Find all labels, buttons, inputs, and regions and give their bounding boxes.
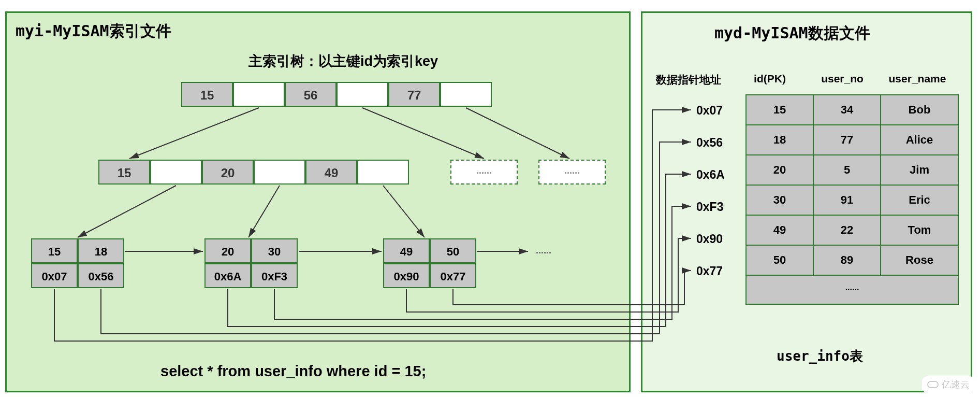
leaf2-ptr-1: 0xF3	[251, 263, 298, 288]
leaf-1: 15 18 0x07 0x56	[31, 238, 124, 288]
leaf2-key-1: 30	[251, 238, 298, 263]
leaf-3: 49 50 0x90 0x77	[383, 238, 476, 288]
r4c0: 49	[746, 215, 813, 245]
mid-dashed-2: ······	[538, 160, 606, 185]
hdr-username: user_name	[879, 73, 956, 87]
r5c2: Rose	[881, 245, 958, 275]
r4c1: 22	[813, 215, 881, 245]
leaf2-ptr-0: 0x6A	[204, 263, 251, 288]
hdr-id: id(PK)	[734, 73, 806, 87]
addr-1: 0x56	[696, 136, 723, 150]
r0c1: 34	[813, 95, 881, 125]
data-table: 15 34 Bob 18 77 Alice 20 5 Jim 30 91 Eri…	[745, 94, 959, 305]
r5c0: 50	[746, 245, 813, 275]
hdr-addr: 数据指针地址	[656, 73, 734, 87]
root-key-1: 56	[285, 82, 337, 107]
watermark: 亿速云	[922, 376, 975, 393]
addr-4: 0x90	[696, 232, 723, 246]
r0c2: Bob	[881, 95, 958, 125]
leaf3-key-1: 50	[430, 238, 476, 263]
index-file-title: myi-MyISAM索引文件	[16, 21, 171, 42]
tree-subtitle: 主索引树：以主键id为索引key	[248, 52, 438, 70]
r1c0: 18	[746, 125, 813, 155]
table-name-label: user_info表	[777, 347, 863, 365]
addr-2: 0x6A	[696, 168, 725, 182]
leaf1-key-1: 18	[78, 238, 124, 263]
mid-key-0: 15	[98, 160, 150, 185]
r3c0: 30	[746, 185, 813, 215]
leaf3-key-0: 49	[383, 238, 430, 263]
leaf3-ptr-1: 0x77	[430, 263, 476, 288]
addr-3: 0xF3	[696, 200, 723, 214]
r1c2: Alice	[881, 125, 958, 155]
mid-ptr-0	[150, 160, 202, 185]
leaf-2: 20 30 0x6A 0xF3	[204, 238, 298, 288]
leaf1-ptr-1: 0x56	[78, 263, 124, 288]
leaf-ellipsis: ······	[536, 248, 551, 259]
addr-5: 0x77	[696, 264, 723, 278]
root-key-2: 77	[388, 82, 440, 107]
leaf1-ptr-0: 0x07	[31, 263, 78, 288]
r1c1: 77	[813, 125, 881, 155]
root-ptr-2	[440, 82, 492, 107]
mid-dashed-1: ······	[450, 160, 518, 185]
watermark-text: 亿速云	[942, 378, 970, 391]
mid-key-1: 20	[202, 160, 254, 185]
r2c0: 20	[746, 155, 813, 185]
mid-ptr-2	[357, 160, 409, 185]
data-file-title: myd-MyISAM数据文件	[714, 23, 870, 44]
sql-query: select * from user_info where id = 15;	[160, 363, 426, 380]
r5c1: 89	[813, 245, 881, 275]
r3c1: 91	[813, 185, 881, 215]
cloud-icon	[927, 381, 939, 388]
root-ptr-1	[337, 82, 388, 107]
leaf3-ptr-0: 0x90	[383, 263, 430, 288]
mid-ptr-1	[254, 160, 305, 185]
root-ptr-0	[233, 82, 285, 107]
mid-node: 15 20 49	[98, 160, 409, 185]
leaf1-key-0: 15	[31, 238, 78, 263]
r4c2: Tom	[881, 215, 958, 245]
root-key-0: 15	[181, 82, 233, 107]
canvas: myi-MyISAM索引文件 myd-MyISAM数据文件 主索引树：以主键id…	[0, 0, 980, 397]
r3c2: Eric	[881, 185, 958, 215]
r2c1: 5	[813, 155, 881, 185]
table-ellipsis: ······	[746, 275, 958, 304]
r2c2: Jim	[881, 155, 958, 185]
r0c0: 15	[746, 95, 813, 125]
root-node: 15 56 77	[181, 82, 492, 107]
hdr-userno: user_no	[806, 73, 879, 87]
mid-key-2: 49	[305, 160, 357, 185]
addr-0: 0x07	[696, 104, 723, 118]
leaf2-key-0: 20	[204, 238, 251, 263]
data-headers: 数据指针地址 id(PK) user_no user_name	[656, 73, 956, 87]
